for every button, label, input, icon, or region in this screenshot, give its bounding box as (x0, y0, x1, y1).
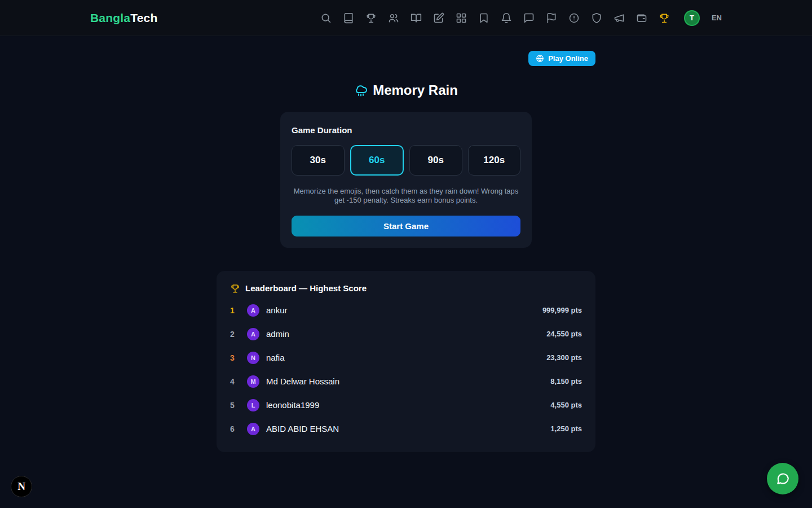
duration-label: Game Duration (292, 125, 520, 135)
dev-tools-badge[interactable]: N (11, 476, 32, 497)
language-switcher[interactable]: EN (712, 14, 722, 22)
play-online-button[interactable]: Play Online (528, 51, 595, 66)
bookmark-icon[interactable] (478, 12, 490, 24)
player-avatar: N (247, 352, 259, 364)
rank-number: 6 (230, 424, 244, 433)
rank-number: 5 (230, 401, 244, 410)
page-title-text: Memory Rain (373, 82, 458, 98)
cloud-rain-icon (354, 84, 368, 97)
player-name: admin (266, 329, 546, 339)
leaderboard-row: 1 A ankur 999,999 pts (230, 299, 582, 322)
player-score: 8,150 pts (550, 377, 582, 386)
flag-icon[interactable] (546, 12, 558, 24)
leaderboard-row: 6 A ABID ABID EHSAN 1,250 pts (230, 417, 582, 441)
chat-bubble-icon (775, 471, 790, 486)
user-avatar[interactable]: T (684, 10, 700, 26)
edit-icon[interactable] (433, 12, 445, 24)
duration-60s-button[interactable]: 60s (350, 145, 404, 176)
player-avatar: A (247, 328, 259, 340)
duration-90s-button[interactable]: 90s (409, 145, 462, 176)
chat-icon[interactable] (523, 12, 535, 24)
leaderboard-row: 2 A admin 24,550 pts (230, 322, 582, 346)
leaderboard-title: Leaderboard — Highest Score (245, 283, 367, 293)
leaderboard-row: 5 L leonobita1999 4,550 pts (230, 393, 582, 417)
leaderboard-row: 4 M Md Delwar Hossain 8,150 pts (230, 370, 582, 393)
navbar-icons: T EN (320, 10, 722, 26)
grid-icon[interactable] (456, 12, 467, 24)
player-avatar: A (247, 304, 259, 317)
book-open-icon[interactable] (411, 12, 422, 24)
trophy-gold-icon (230, 283, 240, 294)
player-name: ankur (266, 305, 542, 315)
game-setup-card: Game Duration 30s 60s 90s 120s Memorize … (280, 112, 532, 248)
player-name: leonobita1999 (266, 400, 550, 410)
player-score: 24,550 pts (546, 330, 582, 338)
globe-icon (536, 54, 544, 63)
users-icon[interactable] (388, 12, 400, 24)
player-score: 999,999 pts (542, 306, 582, 314)
player-avatar: L (247, 399, 259, 411)
player-score: 23,300 pts (546, 353, 582, 362)
play-online-label: Play Online (548, 54, 588, 63)
brand-logo-part1: Bangla (90, 11, 130, 24)
leaderboard-rows: 1 A ankur 999,999 pts 2 A admin 24,550 p… (230, 299, 582, 441)
chat-fab-button[interactable] (767, 463, 798, 494)
megaphone-icon[interactable] (614, 12, 625, 24)
player-score: 4,550 pts (550, 401, 582, 409)
start-game-button[interactable]: Start Game (292, 216, 520, 237)
brand-logo-part2: Tech (130, 11, 157, 24)
book-icon[interactable] (343, 12, 355, 24)
leaderboard-row: 3 N nafia 23,300 pts (230, 346, 582, 370)
rank-number: 4 (230, 377, 244, 386)
main-content: Play Online Memory Rain Game Duration 30… (217, 36, 595, 452)
duration-120s-button[interactable]: 120s (468, 145, 521, 176)
duration-30s-button[interactable]: 30s (292, 145, 345, 176)
player-name: Md Delwar Hossain (266, 376, 550, 386)
player-name: nafia (266, 353, 546, 362)
player-avatar: A (247, 423, 259, 435)
player-score: 1,250 pts (550, 424, 582, 433)
wallet-icon[interactable] (636, 12, 648, 24)
trophy-icon[interactable] (365, 12, 377, 24)
trophy-active-icon[interactable] (659, 12, 670, 24)
brand-logo[interactable]: BanglaTech (90, 11, 157, 25)
rank-number: 1 (230, 306, 244, 315)
game-description: Memorize the emojis, then catch them as … (293, 187, 519, 205)
top-navbar: BanglaTech T EN (0, 0, 812, 36)
alert-circle-icon[interactable] (568, 12, 580, 24)
rank-number: 2 (230, 330, 244, 339)
leaderboard-card: Leaderboard — Highest Score 1 A ankur 99… (217, 271, 595, 452)
player-avatar: M (247, 375, 259, 388)
shield-icon[interactable] (591, 12, 603, 24)
rank-number: 3 (230, 353, 244, 362)
player-name: ABID ABID EHSAN (266, 424, 550, 433)
leaderboard-header: Leaderboard — Highest Score (230, 283, 582, 294)
search-icon[interactable] (320, 12, 332, 24)
bell-icon[interactable] (501, 12, 513, 24)
duration-options: 30s 60s 90s 120s (292, 145, 520, 176)
page-title: Memory Rain (217, 82, 595, 98)
